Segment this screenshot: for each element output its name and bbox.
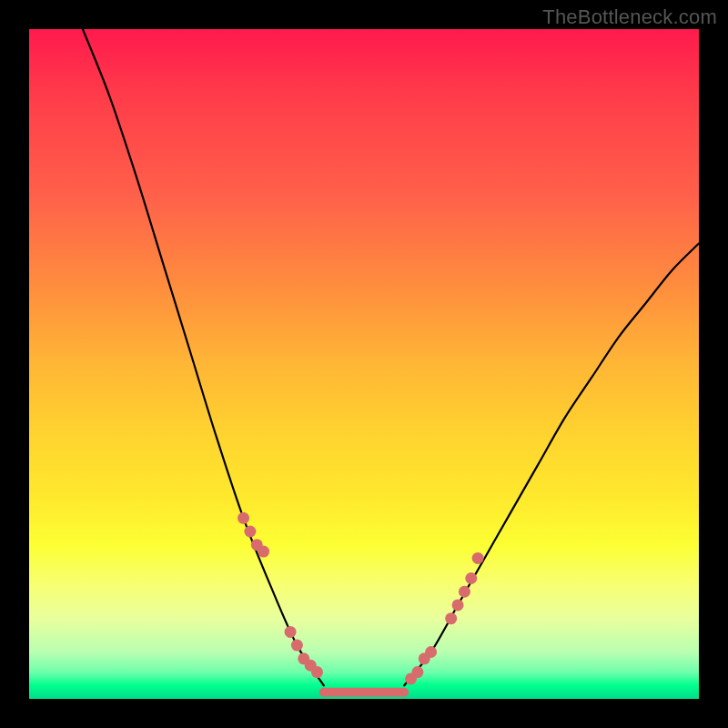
data-point — [452, 599, 464, 611]
marker-group — [238, 512, 484, 693]
data-point — [311, 666, 323, 678]
curve-group — [83, 29, 699, 685]
data-point — [244, 526, 256, 538]
watermark-text: TheBottleneck.com — [542, 5, 717, 29]
data-point — [472, 552, 484, 564]
plot-area — [29, 29, 699, 699]
data-point — [425, 646, 437, 658]
data-point — [258, 546, 269, 558]
data-point — [465, 572, 477, 584]
data-point — [411, 666, 423, 678]
chart-svg — [29, 29, 699, 699]
curve-left-branch — [83, 29, 324, 685]
data-point — [291, 640, 303, 652]
data-point — [285, 626, 297, 638]
data-point — [445, 612, 457, 624]
data-point — [459, 586, 470, 598]
data-point — [238, 512, 249, 524]
chart-frame: TheBottleneck.com — [0, 0, 728, 728]
